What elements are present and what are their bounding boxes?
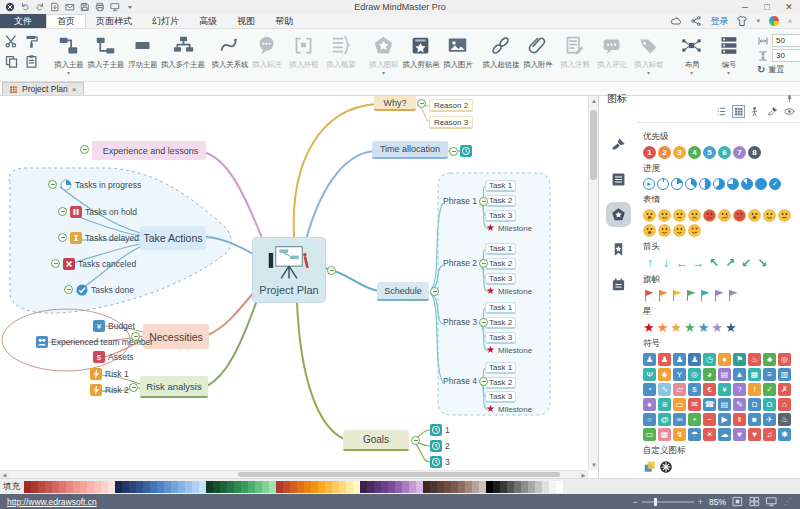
symbol-icon[interactable]: ♨ [748,353,761,366]
color-swatch[interactable] [409,481,416,493]
website-link[interactable]: http://www.edrawsoft.cn [0,497,97,507]
node-goal-1[interactable]: 1 [430,424,450,436]
emoji-smile-icon[interactable] [658,209,671,222]
picture-button[interactable]: 插入图片 [439,32,476,70]
menu-tab-视图[interactable]: 视图 [227,14,265,28]
symbol-icon[interactable]: Ω [748,398,761,411]
node-p1-task-1[interactable]: Task 1 [485,180,516,192]
emoji-rage-icon[interactable] [733,209,746,222]
color-swatch[interactable] [122,481,129,493]
board-icon[interactable] [110,2,120,12]
share-icon[interactable] [690,15,702,27]
collapse-button[interactable] [129,383,138,392]
progress-pie-icon[interactable] [713,178,725,190]
color-swatch[interactable] [451,481,458,493]
color-swatch[interactable] [444,481,451,493]
priority-8-icon[interactable]: 8 [748,146,761,159]
color-swatch[interactable] [213,481,220,493]
numbering-button[interactable]: 编号▾ [710,32,747,75]
symbol-icon[interactable]: ‖ [733,413,746,426]
horizontal-scrollbar[interactable]: ◀ ▶ [0,470,588,478]
symbol-icon[interactable]: ¥ [718,383,731,396]
arrow-icon[interactable]: ← [675,256,689,270]
color-swatch[interactable] [178,481,185,493]
symbol-icon[interactable]: ↯ [673,428,686,441]
flag-icon[interactable] [727,289,739,302]
color-swatch[interactable] [290,481,297,493]
node-reason-3[interactable]: Reason 3 [429,116,473,129]
color-swatch[interactable] [262,481,269,493]
arrow-icon[interactable]: → [691,256,705,270]
symbol-icon[interactable]: ≡ [763,368,776,381]
theme-caret-icon[interactable]: ▾ [756,17,760,25]
symbol-icon[interactable]: ☁ [718,428,731,441]
color-swatch[interactable] [423,481,430,493]
color-swatch[interactable] [465,481,472,493]
black-badge-icon[interactable] [659,460,673,474]
color-swatch[interactable] [521,481,528,493]
color-swatch[interactable] [556,481,563,493]
color-swatch[interactable] [542,481,549,493]
color-swatch[interactable] [241,481,248,493]
node-p3-task-1[interactable]: Task 1 [485,302,516,314]
symbol-icon[interactable]: − [703,413,716,426]
symbol-icon[interactable]: ✉ [688,398,701,411]
collapse-button[interactable] [479,318,488,327]
star-icon[interactable]: ★ [711,321,723,334]
symbol-icon[interactable]: ✱ [778,428,791,441]
zoom-out-icon[interactable]: − [632,497,637,507]
print-icon[interactable] [95,2,105,12]
arrow-icon[interactable]: ↓ [659,256,673,270]
symbol-icon[interactable]: ▱ [673,383,686,396]
collapse-button[interactable] [327,266,336,275]
symbol-icon[interactable]: ♫ [763,428,776,441]
emoji-cry-icon[interactable] [718,209,731,222]
vertical-scrollbar[interactable]: ▲ ▼ [588,96,598,470]
symbol-icon[interactable]: ▤ [718,398,731,411]
color-swatch[interactable] [94,481,101,493]
color-swatch[interactable] [374,481,381,493]
star-icon[interactable]: ★ [698,321,710,334]
color-swatch[interactable] [136,481,143,493]
color-swatch[interactable] [80,481,87,493]
menu-tab-帮助[interactable]: 帮助 [265,14,303,28]
color-swatch[interactable] [73,481,80,493]
close-button[interactable]: ✕ [778,0,800,14]
node-take-actions[interactable]: Take Actions [140,226,206,250]
symbol-icon[interactable]: ▶ [718,413,731,426]
color-swatch[interactable] [339,481,346,493]
collapse-button[interactable] [64,285,73,294]
task-panel-icon[interactable] [610,276,627,293]
symbol-icon[interactable]: ☎ [703,398,716,411]
color-swatch[interactable] [45,481,52,493]
color-swatch[interactable] [234,481,241,493]
star-icon[interactable]: ★ [657,321,669,334]
collapse-button[interactable] [479,259,488,268]
node-phrase-4[interactable]: Phrase 4 [443,376,477,386]
color-swatch[interactable] [206,481,213,493]
color-swatch[interactable] [430,481,437,493]
color-swatch[interactable] [381,481,388,493]
symbol-icon[interactable]: ◕ [703,368,716,381]
node-risk-analysis[interactable]: Risk analysis [140,376,208,398]
color-swatch[interactable] [528,481,535,493]
collapse-button[interactable] [58,233,67,242]
node-p2-task-3[interactable]: Task 3 [485,273,516,285]
symbol-icon[interactable]: Ψ [643,368,656,381]
collapse-button[interactable] [479,197,488,206]
symbol-icon[interactable]: ♣ [763,353,776,366]
flag-icon[interactable] [671,289,683,302]
node-p3-task-3[interactable]: Task 3 [485,332,516,344]
color-swatch[interactable] [353,481,360,493]
color-swatch[interactable] [500,481,507,493]
node-p2-milestone[interactable]: ★Milestone [486,286,532,296]
color-swatch[interactable] [171,481,178,493]
color-swatch[interactable] [220,481,227,493]
symbol-icon[interactable]: ◷ [703,353,716,366]
symbol-icon[interactable]: ◎ [688,368,701,381]
node-time-allocation[interactable]: Time allocation [372,141,448,159]
collapse-ribbon-icon[interactable]: ˄ [788,18,792,25]
symbol-icon[interactable]: ⌂ [778,398,791,411]
symbol-icon[interactable]: ☀ [703,428,716,441]
arrow-icon[interactable]: ↑ [643,256,657,270]
